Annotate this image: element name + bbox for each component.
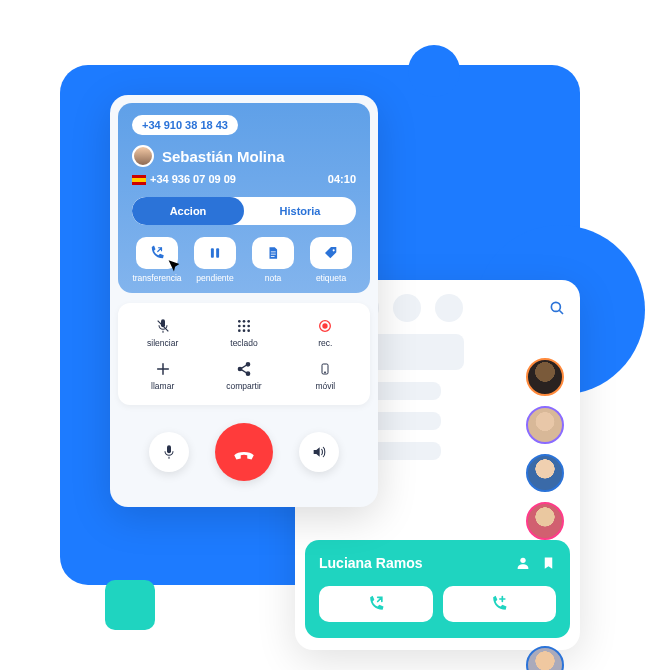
keypad-icon bbox=[236, 317, 252, 335]
record-icon bbox=[317, 317, 333, 335]
contact-number: +34 936 07 09 09 bbox=[132, 173, 236, 185]
svg-point-13 bbox=[238, 329, 241, 332]
plus-icon bbox=[155, 360, 171, 378]
phone-hangup-icon bbox=[231, 439, 257, 465]
keypad-button[interactable]: teclado bbox=[205, 313, 282, 352]
background-circle-small bbox=[408, 45, 460, 97]
controls-card: silenciar teclado rec. llamar compartir … bbox=[118, 303, 370, 405]
add-call-button[interactable]: llamar bbox=[124, 356, 201, 395]
svg-line-1 bbox=[559, 310, 563, 314]
svg-point-15 bbox=[247, 329, 250, 332]
avatar[interactable] bbox=[526, 502, 564, 540]
svg-point-12 bbox=[247, 325, 250, 328]
svg-point-14 bbox=[243, 329, 246, 332]
action-label: transferencia bbox=[132, 273, 181, 283]
svg-point-8 bbox=[243, 320, 246, 323]
action-label: etiqueta bbox=[316, 273, 346, 283]
share-icon bbox=[236, 360, 252, 378]
background-teal-square bbox=[105, 580, 155, 630]
svg-point-9 bbox=[247, 320, 250, 323]
mic-off-icon bbox=[155, 317, 171, 335]
svg-rect-3 bbox=[211, 248, 214, 257]
svg-point-11 bbox=[243, 325, 246, 328]
avatar[interactable] bbox=[526, 406, 564, 444]
hangup-button[interactable] bbox=[215, 423, 273, 481]
hold-button[interactable] bbox=[194, 237, 236, 269]
tab-segment: Accion Historia bbox=[132, 197, 356, 225]
search-icon[interactable] bbox=[548, 299, 566, 317]
person-icon[interactable] bbox=[515, 555, 531, 571]
flag-spain-icon bbox=[132, 175, 146, 185]
tag-button[interactable] bbox=[310, 237, 352, 269]
share-button[interactable]: compartir bbox=[205, 356, 282, 395]
action-label: pendiente bbox=[196, 273, 233, 283]
transfer-card: Luciana Ramos bbox=[305, 540, 570, 638]
contacts-tab-3[interactable] bbox=[393, 294, 421, 322]
mute-mic-button[interactable] bbox=[149, 432, 189, 472]
avatar[interactable] bbox=[526, 358, 564, 396]
mobile-icon bbox=[319, 360, 331, 378]
bookmark-icon[interactable] bbox=[541, 554, 556, 572]
mic-icon bbox=[161, 444, 177, 460]
contact-name: Sebastián Molina bbox=[162, 148, 285, 165]
svg-point-5 bbox=[333, 249, 335, 251]
record-button[interactable]: rec. bbox=[287, 313, 364, 352]
note-button[interactable] bbox=[252, 237, 294, 269]
avatar[interactable] bbox=[526, 454, 564, 492]
call-number-pill: +34 910 38 18 43 bbox=[132, 115, 238, 135]
cursor-icon bbox=[166, 257, 185, 276]
svg-point-22 bbox=[325, 372, 326, 373]
svg-point-2 bbox=[520, 558, 525, 563]
svg-point-10 bbox=[238, 325, 241, 328]
speaker-button[interactable] bbox=[299, 432, 339, 472]
add-call-button[interactable] bbox=[443, 586, 557, 622]
svg-point-0 bbox=[551, 302, 560, 311]
svg-rect-4 bbox=[216, 248, 219, 257]
tab-action[interactable]: Accion bbox=[132, 197, 244, 225]
contacts-tab-4[interactable] bbox=[435, 294, 463, 322]
call-panel: +34 910 38 18 43 Sebastián Molina +34 93… bbox=[110, 95, 378, 507]
mute-button[interactable]: silenciar bbox=[124, 313, 201, 352]
mobile-button[interactable]: móvil bbox=[287, 356, 364, 395]
transfer-contact-name: Luciana Ramos bbox=[319, 555, 422, 571]
tab-history[interactable]: Historia bbox=[244, 197, 356, 225]
svg-point-17 bbox=[323, 323, 328, 328]
transfer-out-button[interactable] bbox=[319, 586, 433, 622]
speaker-icon bbox=[311, 444, 327, 460]
action-label: nota bbox=[265, 273, 282, 283]
active-call-card: +34 910 38 18 43 Sebastián Molina +34 93… bbox=[118, 103, 370, 293]
transfer-button[interactable] bbox=[136, 237, 178, 269]
avatar[interactable] bbox=[526, 646, 564, 670]
avatar bbox=[132, 145, 154, 167]
svg-point-7 bbox=[238, 320, 241, 323]
call-duration: 04:10 bbox=[328, 173, 356, 185]
